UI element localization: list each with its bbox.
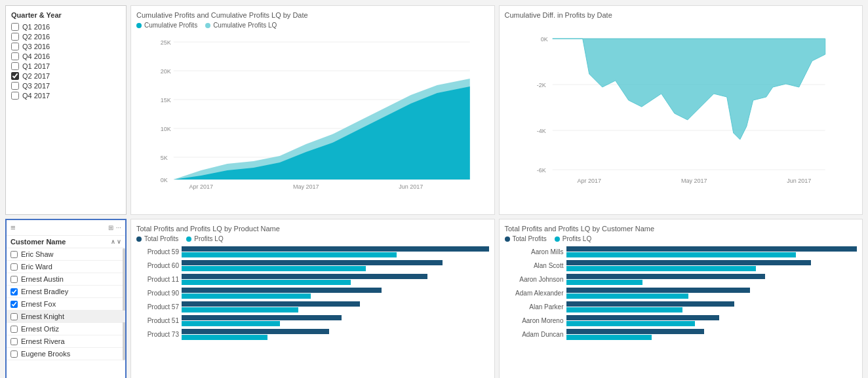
customer-list-item[interactable]: Ernest Fox: [7, 298, 125, 310]
legend-item-lq: Cumulative Profits LQ: [205, 22, 277, 29]
product-bar-group: [182, 315, 489, 326]
legend-label-lq: Cumulative Profits LQ: [213, 22, 277, 29]
filter-item: Q2 2017: [11, 72, 121, 80]
filter-item: Q4 2016: [11, 52, 121, 60]
customer-checkbox[interactable]: [10, 276, 18, 283]
customer-col-label: Customer Name: [10, 238, 66, 246]
product-lq-bar[interactable]: [182, 252, 397, 257]
filter-checkbox[interactable]: [11, 23, 19, 31]
customer-bars-container: Aaron MillsAlan ScottAaron JohnsonAdam A…: [505, 246, 858, 340]
filter-panel: Quarter & Year Q1 2016Q2 2016Q3 2016Q4 2…: [5, 5, 127, 215]
customer-checkbox[interactable]: [10, 313, 18, 320]
customer-name-label: Eric Shaw: [21, 250, 54, 258]
product-legend-total-label: Total Profits: [144, 235, 178, 242]
svg-text:Apr 2017: Apr 2017: [189, 183, 213, 190]
customer-list-item[interactable]: Eric Ward: [7, 261, 125, 273]
customer-lq-bar[interactable]: [566, 307, 682, 312]
customer-bar-group: [566, 315, 858, 326]
customer-total-bar[interactable]: [566, 288, 750, 293]
product-lq-bar[interactable]: [182, 335, 267, 340]
svg-text:May 2017: May 2017: [681, 178, 707, 184]
svg-text:-2K: -2K: [536, 82, 545, 88]
sort-desc-icon[interactable]: ∨: [117, 238, 121, 245]
svg-text:Jun 2017: Jun 2017: [787, 178, 811, 184]
product-total-bar[interactable]: [182, 315, 342, 320]
customer-lq-bar[interactable]: [566, 280, 643, 285]
customer-list-item[interactable]: Ernest Ortiz: [7, 323, 125, 335]
product-lq-bar[interactable]: [182, 321, 280, 326]
customer-bar-group: [566, 301, 858, 312]
filter-checkbox[interactable]: [11, 72, 19, 80]
customer-lq-bar[interactable]: [566, 335, 652, 340]
filter-checkbox[interactable]: [11, 33, 19, 41]
customer-checkbox[interactable]: [10, 350, 18, 358]
customer-checkbox[interactable]: [10, 338, 18, 345]
product-total-bar[interactable]: [182, 288, 382, 293]
product-chart-title: Total Profits and Profits LQ by Product …: [136, 225, 489, 233]
svg-text:-4K: -4K: [536, 128, 545, 134]
product-total-bar[interactable]: [182, 329, 329, 334]
product-bars-container: Product 59Product 60Product 11Product 90…: [136, 246, 489, 340]
product-bar-group: [182, 246, 489, 257]
customer-chart-bar-label: Alan Scott: [505, 262, 564, 269]
customer-checkbox[interactable]: [10, 251, 18, 258]
product-lq-bar[interactable]: [182, 266, 366, 271]
filter-item: Q4 2017: [11, 92, 121, 100]
filter-checkbox[interactable]: [11, 43, 19, 50]
product-total-dot: [136, 236, 142, 242]
legend-label-profits: Cumulative Profits: [144, 22, 197, 29]
list-divider: [7, 360, 125, 360]
customer-checkbox[interactable]: [10, 263, 18, 271]
customer-checkbox[interactable]: [10, 326, 18, 333]
customer-list-item[interactable]: Ernest Bradley: [7, 286, 125, 297]
customer-chart-panel: Total Profits and Profits LQ by Customer…: [499, 219, 863, 378]
customer-list-item[interactable]: Ernest Knight: [7, 311, 125, 322]
customer-lq-bar[interactable]: [566, 266, 756, 271]
customer-total-bar[interactable]: [566, 301, 735, 307]
filter-checkbox[interactable]: [11, 82, 19, 90]
filter-checkbox[interactable]: [11, 52, 19, 60]
customer-lq-bar[interactable]: [566, 293, 689, 299]
product-lq-bar[interactable]: [182, 293, 311, 299]
filter-label: Q4 2017: [22, 92, 50, 100]
sort-arrows[interactable]: ∧ ∨: [111, 238, 121, 245]
customer-total-bar[interactable]: [566, 260, 811, 265]
product-bar-label: Product 90: [136, 290, 179, 297]
customer-lq-bar[interactable]: [566, 252, 796, 257]
grid-icon[interactable]: ⊞: [108, 224, 113, 231]
svg-text:0K: 0K: [540, 36, 547, 43]
customer-checkbox[interactable]: [10, 301, 18, 308]
product-total-bar[interactable]: [182, 246, 489, 252]
customer-total-bar[interactable]: [566, 329, 704, 334]
customer-total-bar[interactable]: [566, 274, 765, 279]
customer-bar-group: [566, 288, 858, 299]
product-total-bar[interactable]: [182, 260, 443, 265]
menu-icon[interactable]: ≡: [10, 223, 16, 233]
customer-total-bar[interactable]: [566, 246, 858, 252]
product-lq-dot: [186, 236, 191, 242]
product-bar-row: Product 90: [136, 288, 489, 299]
customer-chart-bar-row: Aaron Johnson: [505, 274, 858, 285]
product-total-bar[interactable]: [182, 301, 360, 307]
customer-checkbox[interactable]: [10, 288, 18, 295]
product-total-bar[interactable]: [182, 274, 427, 279]
filter-item: Q3 2016: [11, 43, 121, 50]
more-icon[interactable]: ···: [116, 224, 121, 231]
customer-list-item[interactable]: Ernest Rivera: [7, 335, 125, 347]
product-bar-label: Product 59: [136, 248, 179, 255]
customer-chart-bar-label: Aaron Mills: [505, 248, 564, 255]
customer-lq-bar[interactable]: [566, 321, 695, 326]
product-lq-bar[interactable]: [182, 280, 351, 285]
customer-list-item[interactable]: Eric Shaw: [7, 248, 125, 260]
customer-list-item[interactable]: Ernest Austin: [7, 273, 125, 285]
customer-list-item[interactable]: Eugene Brooks: [7, 348, 125, 360]
product-lq-bar[interactable]: [182, 307, 298, 312]
filter-item: Q2 2016: [11, 33, 121, 41]
filter-label: Q2 2016: [22, 33, 50, 41]
filter-checkbox[interactable]: [11, 62, 19, 70]
filter-checkbox[interactable]: [11, 92, 19, 100]
customer-panel-header: ≡ ⊞ ···: [7, 220, 125, 236]
sort-asc-icon[interactable]: ∧: [111, 238, 115, 245]
customer-total-bar[interactable]: [566, 315, 719, 320]
product-bar-group: [182, 301, 489, 312]
